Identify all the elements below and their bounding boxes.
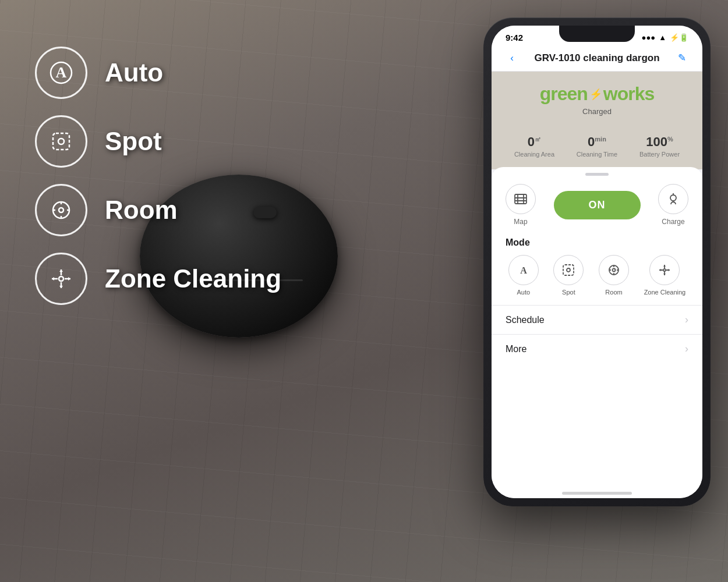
room-icon-circle — [35, 184, 87, 236]
mode-item-auto: A Auto — [35, 47, 281, 99]
phone-notch — [559, 26, 635, 42]
app-header: ‹ GRV-1010 cleaning dargon ✎ — [492, 46, 702, 72]
auto-icon-circle: A — [35, 47, 87, 99]
auto-label: Auto — [105, 58, 163, 87]
spot-icon-circle — [35, 115, 87, 168]
mode-room-svg — [606, 262, 621, 278]
svg-text:A: A — [56, 64, 67, 81]
mode-room-btn[interactable]: Room — [599, 255, 629, 296]
svg-rect-19 — [563, 265, 574, 275]
charge-label: Charge — [662, 218, 684, 226]
mode-room-label: Room — [605, 289, 622, 296]
on-label: ON — [589, 199, 606, 211]
mode-zone-label: Zone Cleaning — [644, 289, 686, 296]
more-title: More — [506, 344, 526, 354]
mode-zone-svg — [657, 262, 672, 278]
status-icons: ●●● ▲ ⚡🔋 — [642, 33, 688, 42]
mode-spot-label: Spot — [562, 289, 575, 296]
mode-auto-svg: A — [516, 262, 531, 278]
svg-point-10 — [59, 276, 63, 281]
battery-icon: ⚡🔋 — [670, 33, 688, 42]
mode-item-room: Room — [35, 184, 281, 236]
phone-outer: 9:42 ●●● ▲ ⚡🔋 ‹ GRV-1010 cleaning dargon… — [483, 17, 711, 506]
wifi-icon: ▲ — [659, 33, 666, 42]
brand-name-2: works — [603, 83, 654, 105]
room-icon — [47, 196, 75, 224]
svg-marker-34 — [659, 269, 661, 271]
more-row[interactable]: More › — [492, 334, 702, 363]
map-control[interactable]: Map — [506, 184, 536, 226]
cleaning-area-value: 0 — [528, 134, 535, 149]
brand-name: green — [540, 83, 588, 105]
stat-battery: 100% Battery Power — [639, 134, 680, 158]
zone-icon-circle — [35, 253, 87, 305]
controls-row: Map ON Charge — [492, 179, 702, 235]
svg-point-3 — [58, 139, 64, 144]
cleaning-time-unit: min — [595, 136, 606, 143]
schedule-title: Schedule — [506, 315, 545, 325]
svg-point-27 — [663, 269, 666, 271]
charge-control[interactable]: Charge — [658, 184, 688, 226]
zone-cleaning-icon — [47, 265, 75, 293]
home-indicator — [492, 487, 702, 498]
header-title: GRV-1010 cleaning dargon — [521, 52, 673, 64]
phone-screen: 9:42 ●●● ▲ ⚡🔋 ‹ GRV-1010 cleaning dargon… — [492, 26, 702, 498]
svg-rect-2 — [53, 133, 69, 150]
more-chevron: › — [685, 343, 688, 355]
cleaning-time-label: Cleaning Time — [577, 151, 617, 158]
mode-item-spot: Spot — [35, 115, 281, 168]
spot-icon — [47, 127, 75, 155]
handle-bar — [585, 173, 609, 176]
mode-zone-icon[interactable] — [649, 255, 680, 285]
mode-section-title: Mode — [492, 235, 702, 255]
brand-bolt: ⚡ — [589, 88, 602, 101]
edit-button[interactable]: ✎ — [673, 52, 691, 64]
status-time: 9:42 — [506, 33, 523, 42]
svg-point-5 — [59, 208, 63, 212]
mode-spot-btn[interactable]: Spot — [553, 255, 584, 296]
svg-point-4 — [53, 202, 69, 218]
phone-mockup: 9:42 ●●● ▲ ⚡🔋 ‹ GRV-1010 cleaning dargon… — [483, 17, 711, 506]
mode-spot-svg — [561, 262, 576, 278]
back-button[interactable]: ‹ — [503, 52, 521, 64]
mode-auto-icon[interactable]: A — [508, 255, 539, 285]
map-label: Map — [514, 218, 527, 226]
battery-unit: % — [667, 136, 673, 143]
stat-cleaning-area: 0㎡ Cleaning Area — [514, 134, 554, 158]
svg-point-16 — [670, 195, 676, 201]
charge-icon — [666, 191, 681, 207]
svg-point-22 — [613, 269, 616, 272]
mode-zone-btn[interactable]: Zone Cleaning — [644, 255, 686, 296]
zone-cleaning-label: Zone Cleaning — [105, 264, 281, 293]
mode-room-icon[interactable] — [599, 255, 629, 285]
modes-grid: A Auto Spot — [492, 255, 702, 305]
mode-spot-icon[interactable] — [553, 255, 584, 285]
map-button[interactable] — [506, 184, 536, 214]
svg-point-20 — [567, 268, 570, 272]
battery-label: Battery Power — [639, 151, 680, 158]
mode-item-zone: Zone Cleaning — [35, 253, 281, 305]
spot-label: Spot — [105, 127, 162, 156]
device-card: green⚡works Charged — [492, 72, 702, 127]
battery-value: 100 — [646, 134, 667, 149]
svg-marker-32 — [663, 265, 666, 267]
charged-status: Charged — [582, 107, 612, 116]
panel-handle — [492, 167, 702, 179]
schedule-chevron: › — [685, 314, 688, 326]
svg-marker-35 — [668, 269, 670, 271]
home-bar — [562, 492, 632, 495]
svg-text:A: A — [520, 265, 527, 275]
charge-button[interactable] — [658, 184, 688, 214]
mode-auto-label: Auto — [517, 289, 530, 296]
cleaning-time-value: 0 — [588, 134, 595, 149]
on-button[interactable]: ON — [554, 191, 641, 219]
mode-auto-btn[interactable]: A Auto — [508, 255, 539, 296]
cleaning-area-label: Cleaning Area — [514, 151, 554, 158]
stat-cleaning-time: 0min Cleaning Time — [577, 134, 617, 158]
stats-row: 0㎡ Cleaning Area 0min Cleaning Time 100%… — [492, 127, 702, 169]
left-panel: A Auto Spot Room — [35, 47, 281, 305]
schedule-row[interactable]: Schedule › — [492, 305, 702, 334]
map-icon — [513, 191, 528, 207]
cleaning-area-unit: ㎡ — [535, 136, 541, 143]
signal-icon: ●●● — [642, 33, 656, 42]
